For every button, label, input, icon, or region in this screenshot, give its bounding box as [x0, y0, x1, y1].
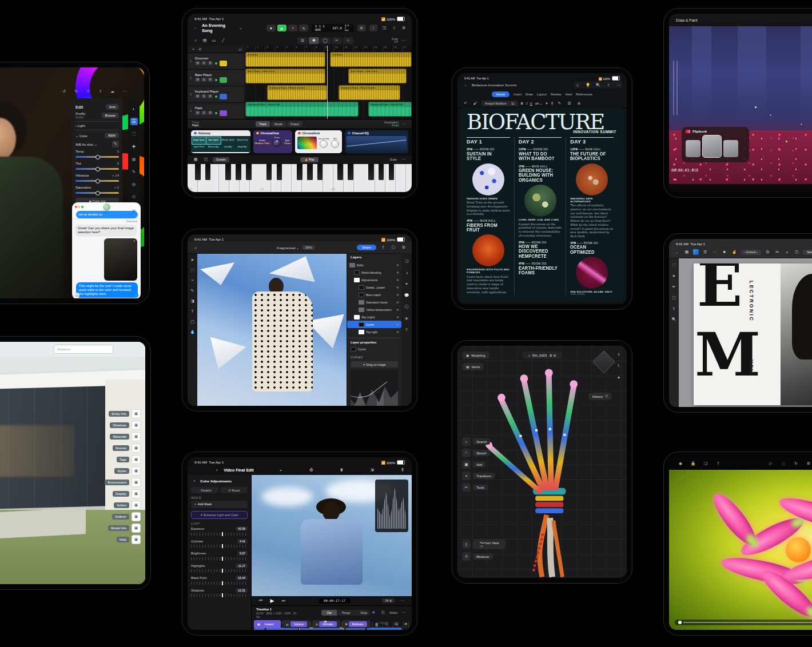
cloud-icon[interactable]: ☁	[109, 88, 116, 95]
undo-icon[interactable]: ↺	[61, 88, 67, 95]
pages-icon[interactable]: ▦	[683, 249, 690, 255]
help-icon[interactable]: ?	[391, 25, 397, 31]
footer-tab[interactable]: Track	[256, 121, 269, 127]
tool-icon[interactable]: ⌕	[462, 437, 471, 446]
plugin-chromaverb[interactable]: ChromaVerb Decay Time Wet	[295, 130, 342, 153]
animation-canvas[interactable]: Flipbook 00:00:03.019	[669, 26, 812, 184]
curves-histogram[interactable]	[351, 370, 398, 406]
panel-button[interactable]: Shadows ▣	[105, 421, 141, 430]
panel-button[interactable]: Display ▣	[105, 489, 141, 498]
font-selector[interactable]: Antipol Medium11	[481, 101, 518, 106]
property-item[interactable]: Curve	[351, 344, 398, 354]
node-tool-icon[interactable]: ☝	[731, 249, 738, 255]
zoom-level[interactable]: 26%	[302, 245, 315, 250]
close-icon[interactable]: ✕	[133, 239, 136, 243]
more-icon[interactable]: ⋯	[400, 609, 407, 616]
loop-icon[interactable]: ↻	[793, 460, 799, 467]
align-icon[interactable]: ≡	[783, 249, 790, 255]
share-icon[interactable]: ⇪	[715, 460, 722, 467]
ribbon-tab[interactable]: Insert	[514, 93, 522, 96]
add-track-icon[interactable]: ＋	[192, 37, 199, 44]
more-icon[interactable]: ⋯	[400, 37, 407, 44]
panel-button[interactable]: Environment ▣	[105, 478, 141, 487]
auto-button[interactable]: Auto	[106, 104, 119, 110]
boolean-icon[interactable]: ◫	[793, 249, 800, 255]
distance-input[interactable]: Distance	[54, 345, 113, 354]
slider-track[interactable]	[75, 156, 119, 158]
brush-sliders[interactable]	[673, 61, 678, 115]
layer-row[interactable]: Saturation boost👁	[347, 298, 401, 306]
comment-icon[interactable]: 💬	[403, 292, 410, 299]
brush-tool-icon[interactable]: ✎	[189, 287, 196, 294]
region[interactable]: Bass Player - Indie Disco	[348, 69, 407, 83]
region[interactable]: Bass Player - Indie Disco	[245, 69, 325, 83]
adjust-icon[interactable]: ◑	[403, 269, 410, 276]
ribbon-tab[interactable]: Home	[492, 91, 510, 97]
numbered-list-icon[interactable]: ≣	[575, 100, 582, 107]
eyedropper-icon[interactable]: ✎	[112, 141, 119, 147]
play-button[interactable]: ▶	[269, 597, 276, 604]
select-button[interactable]: Select	[389, 611, 397, 614]
scale-icon[interactable]: ⒈	[615, 362, 622, 369]
song-title[interactable]: An Evening Song	[202, 23, 234, 33]
panel-button-icon[interactable]: ▣	[132, 501, 141, 510]
solo-button[interactable]: S	[201, 61, 206, 65]
layer-row[interactable]: Sky (right)👁	[347, 313, 401, 321]
document-name[interactable]: Fragmented ⌄	[277, 246, 299, 250]
mute-button[interactable]: M	[195, 94, 200, 98]
editor-icon[interactable]: ✎	[556, 100, 563, 107]
alchemy-preset[interactable]: Bright Arp	[236, 145, 249, 151]
share-icon[interactable]: ⇪	[605, 82, 612, 89]
ribbon-tab[interactable]: Layout	[537, 93, 547, 96]
panel-button[interactable]: Outliner ▣	[105, 512, 141, 521]
transform-icon[interactable]: ⧉	[764, 249, 771, 255]
avatar[interactable]	[103, 203, 110, 211]
play-icon[interactable]: ▷	[767, 460, 774, 467]
track-header[interactable]: 4 Pads M S R	[188, 103, 245, 119]
adjustment-slider[interactable]: Brightness 9.07	[191, 551, 248, 560]
alchemy-preset[interactable]: Bright Synth	[192, 137, 206, 144]
footer-tab[interactable]: Sends	[271, 121, 286, 127]
measure-button[interactable]: ⟐Measure	[462, 552, 505, 561]
panel-button-icon[interactable]: ▣	[132, 466, 141, 476]
underline-button[interactable]: U	[530, 102, 532, 105]
editor-view-icon[interactable]: ▭	[210, 37, 217, 44]
mic-icon[interactable]: 🎙	[338, 466, 345, 473]
menu-icon[interactable]: ☰	[702, 249, 708, 255]
tool-item[interactable]: ⌕ Search	[462, 437, 495, 446]
panel-button[interactable]: Soften ▣	[105, 501, 141, 510]
stop-button[interactable]: ■	[266, 25, 276, 31]
tool-icon[interactable]: ▣	[462, 460, 471, 469]
zoom-tool-icon[interactable]: 🔍	[671, 316, 678, 323]
render-viewport[interactable]	[669, 470, 812, 630]
detach-icon[interactable]: ⎌	[383, 621, 390, 628]
tool-icon[interactable]: ◠	[462, 449, 471, 457]
history-button[interactable]: History ⏱	[588, 393, 612, 400]
shape-tool-icon[interactable]: ▢	[671, 294, 678, 301]
select-button[interactable]: Select	[803, 250, 812, 255]
slider-value[interactable]: 45.59	[236, 526, 248, 531]
share-icon[interactable]: ⇪	[97, 88, 104, 95]
eraser-tool-icon[interactable]: ◨	[189, 298, 196, 304]
alchemy-preset[interactable]: Metallic Swell	[221, 137, 235, 144]
overwrite-icon[interactable]: ⧉	[393, 621, 400, 628]
play-button[interactable]: ▶	[277, 25, 286, 31]
panel-button-icon[interactable]: ▣	[132, 421, 141, 430]
layer-row[interactable]: Edits👁	[347, 261, 401, 269]
panel-button-icon[interactable]: ▣	[132, 409, 141, 418]
snap-setting[interactable]: Snap1/4	[392, 38, 398, 44]
slider-value[interactable]: 4.41	[237, 539, 248, 544]
drag-on-image-button[interactable]: ✦ Drag on image	[351, 361, 398, 368]
append-icon[interactable]: ⊕	[403, 621, 409, 628]
highlight-button[interactable]: ▼	[545, 102, 548, 105]
font-style-button[interactable]: aA ⌄	[535, 102, 543, 105]
multicam-button[interactable]: ⊞ Multicam	[342, 620, 371, 628]
alchemy-preset[interactable]: Epic Synth	[206, 137, 220, 144]
back-icon[interactable]: ←	[674, 249, 680, 255]
layer-row-selected[interactable]: Curve👁	[347, 321, 401, 328]
inspect-button[interactable]: ▣ Inspect	[254, 620, 281, 628]
layer-row[interactable]: Adjustments👁	[347, 276, 401, 283]
move-tool-icon[interactable]: ➤	[189, 257, 196, 263]
footer-tab[interactable]: Output	[287, 121, 302, 127]
layers-icon[interactable]: ❏	[403, 258, 410, 265]
